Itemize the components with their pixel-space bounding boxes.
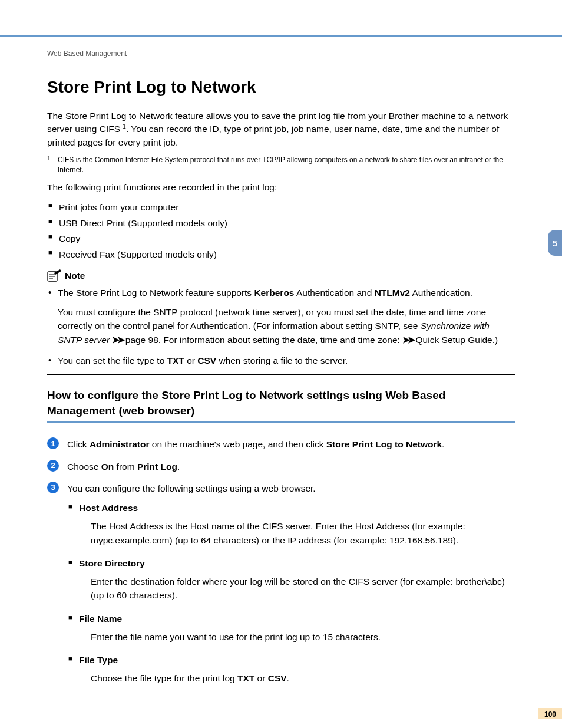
list-item: Copy — [47, 231, 515, 246]
arrows-icon: ➤➤ — [112, 335, 123, 345]
step-item: 1 Click Administrator on the machine's w… — [47, 437, 515, 451]
footnote: 1 CIFS is the Common Internet File Syste… — [47, 155, 515, 175]
breadcrumb: Web Based Management — [47, 50, 515, 58]
page-number: 100 — [538, 708, 562, 719]
settings-sublist: Host Address The Host Address is the Hos… — [67, 501, 515, 686]
setting-item: Host Address The Host Address is the Hos… — [67, 501, 515, 547]
note-pencil-icon — [47, 269, 62, 282]
list-item: Print jobs from your computer — [47, 200, 515, 215]
note-item: The Store Print Log to Network feature s… — [47, 286, 515, 347]
arrows-icon: ➤➤ — [402, 335, 413, 345]
list-item: Received Fax (Supported models only) — [47, 247, 515, 262]
step-item: 2 Choose On from Print Log. — [47, 460, 515, 473]
step-item: 3 You can configure the following settin… — [47, 482, 515, 686]
step-badge: 2 — [47, 460, 59, 472]
page-title: Store Print Log to Network — [47, 78, 515, 97]
note-item: You can set the file type to TXT or CSV … — [47, 354, 515, 367]
list-item: USB Direct Print (Supported models only) — [47, 216, 515, 231]
note-heading: Note — [47, 269, 515, 282]
setting-item: File Type Choose the file type for the p… — [67, 653, 515, 686]
functions-intro: The following print functions are record… — [47, 181, 515, 194]
step-badge: 3 — [47, 482, 59, 493]
section-heading: How to configure the Store Print Log to … — [47, 388, 515, 418]
steps-list: 1 Click Administrator on the machine's w… — [47, 437, 515, 685]
functions-list: Print jobs from your computer USB Direct… — [47, 200, 515, 262]
intro-paragraph: The Store Print Log to Network feature a… — [47, 110, 515, 149]
note-list: The Store Print Log to Network feature s… — [47, 286, 515, 367]
setting-item: File Name Enter the file name you want t… — [67, 612, 515, 644]
step-badge: 1 — [47, 437, 59, 449]
setting-item: Store Directory Enter the destination fo… — [67, 556, 515, 602]
